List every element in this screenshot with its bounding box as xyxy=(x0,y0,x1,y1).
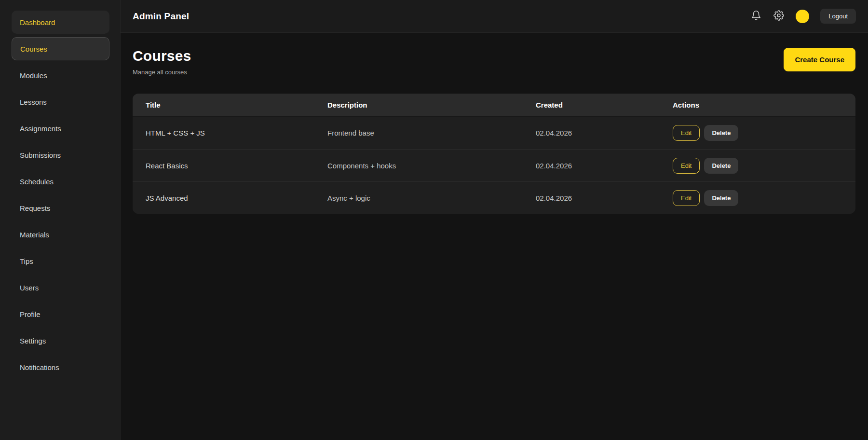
sidebar-item-tips[interactable]: Tips xyxy=(12,249,109,273)
page-header-text: Courses Manage all courses xyxy=(133,48,191,76)
course-description: Components + hooks xyxy=(327,162,536,170)
sidebar-item-modules[interactable]: Modules xyxy=(12,64,109,87)
table-row: React Basics Components + hooks 02.04.20… xyxy=(133,149,855,181)
course-title: React Basics xyxy=(146,162,327,170)
column-header-title: Title xyxy=(146,101,327,109)
sidebar-item-requests[interactable]: Requests xyxy=(12,196,109,220)
content-column: Admin Panel Logout xyxy=(121,0,868,440)
sidebar-item-assignments[interactable]: Assignments xyxy=(12,117,109,140)
sidebar-item-label: Assignments xyxy=(20,124,61,133)
sidebar-item-label: Materials xyxy=(20,231,49,239)
sidebar-item-notifications[interactable]: Notifications xyxy=(12,356,109,379)
page-subtitle: Manage all courses xyxy=(133,69,191,76)
sidebar-item-submissions[interactable]: Submissions xyxy=(12,143,109,166)
sidebar-item-label: Notifications xyxy=(20,363,59,371)
topbar: Admin Panel Logout xyxy=(121,0,868,33)
sidebar-item-materials[interactable]: Materials xyxy=(12,223,109,246)
sidebar-item-label: Submissions xyxy=(20,151,61,159)
courses-table: Title Description Created Actions HTML +… xyxy=(133,94,855,214)
sidebar-item-label: Settings xyxy=(20,337,46,345)
notifications-button[interactable] xyxy=(750,11,762,22)
logout-button[interactable]: Logout xyxy=(820,9,856,24)
edit-button[interactable]: Edit xyxy=(673,125,700,141)
sidebar-item-lessons[interactable]: Lessons xyxy=(12,90,109,113)
delete-button[interactable]: Delete xyxy=(704,125,738,141)
row-actions: Edit Delete xyxy=(673,125,855,141)
sidebar-item-label: Users xyxy=(20,284,39,292)
sidebar-item-label: Profile xyxy=(20,310,41,318)
sidebar-item-schedules[interactable]: Schedules xyxy=(12,170,109,193)
sidebar-item-label: Dashboard xyxy=(20,18,55,27)
sidebar-item-dashboard[interactable]: Dashboard xyxy=(12,11,109,34)
table-row: JS Advanced Async + logic 02.04.2026 Edi… xyxy=(133,181,855,214)
delete-button[interactable]: Delete xyxy=(704,190,738,206)
sidebar-item-label: Modules xyxy=(20,71,47,80)
page-title: Courses xyxy=(133,48,191,64)
column-header-created: Created xyxy=(536,101,673,109)
course-description: Frontend base xyxy=(327,129,536,137)
app-title: Admin Panel xyxy=(133,11,189,22)
sidebar-item-settings[interactable]: Settings xyxy=(12,329,109,352)
settings-button[interactable] xyxy=(773,11,785,22)
course-title: JS Advanced xyxy=(146,194,327,202)
course-created-date: 02.04.2026 xyxy=(536,129,673,137)
gear-icon xyxy=(773,10,784,22)
sidebar-item-label: Courses xyxy=(20,45,47,53)
edit-button[interactable]: Edit xyxy=(673,158,700,174)
course-description: Async + logic xyxy=(327,194,536,202)
sidebar-item-label: Tips xyxy=(20,257,33,265)
create-course-button[interactable]: Create Course xyxy=(784,48,855,71)
course-created-date: 02.04.2026 xyxy=(536,162,673,170)
page-header: Courses Manage all courses Create Course xyxy=(133,48,855,76)
main-content: Courses Manage all courses Create Course… xyxy=(121,33,868,440)
course-title: HTML + CSS + JS xyxy=(146,129,327,137)
delete-button[interactable]: Delete xyxy=(704,158,738,174)
topbar-actions: Logout xyxy=(750,9,856,24)
sidebar-item-courses[interactable]: Courses xyxy=(12,37,109,60)
course-created-date: 02.04.2026 xyxy=(536,194,673,202)
row-actions: Edit Delete xyxy=(673,158,855,174)
sidebar-item-profile[interactable]: Profile xyxy=(12,302,109,326)
table-header-row: Title Description Created Actions xyxy=(133,94,855,117)
avatar[interactable] xyxy=(796,10,809,23)
column-header-description: Description xyxy=(327,101,536,109)
sidebar-item-label: Schedules xyxy=(20,178,54,186)
column-header-actions: Actions xyxy=(673,101,855,109)
table-row: HTML + CSS + JS Frontend base 02.04.2026… xyxy=(133,117,855,149)
sidebar-item-users[interactable]: Users xyxy=(12,276,109,299)
sidebar-item-label: Requests xyxy=(20,204,50,212)
bell-icon xyxy=(751,10,761,22)
sidebar-item-label: Lessons xyxy=(20,98,47,106)
edit-button[interactable]: Edit xyxy=(673,190,700,206)
sidebar: Dashboard Courses Modules Lessons Assign… xyxy=(0,0,121,440)
row-actions: Edit Delete xyxy=(673,190,855,206)
